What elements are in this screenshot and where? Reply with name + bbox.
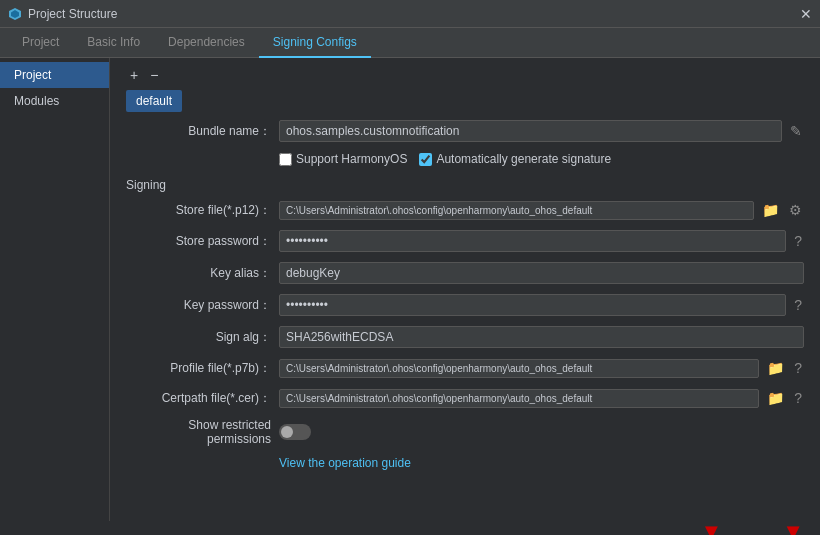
store-password-row: Store password： ? xyxy=(126,230,804,252)
arrow-ok: ▼ xyxy=(782,521,804,535)
certpath-file-input-wrap: 📁 ? xyxy=(279,388,804,408)
toggle-slider xyxy=(279,424,311,440)
sign-alg-row: Sign alg： xyxy=(126,326,804,348)
options-row: Support HarmonyOS Automatically generate… xyxy=(279,152,804,166)
signing-section: Signing Store file(*.p12)： 📁 ⚙ Store pas… xyxy=(126,178,804,470)
main-layout: Project Modules + − default Bundle name：… xyxy=(0,58,820,521)
support-harmonyos-label: Support HarmonyOS xyxy=(296,152,407,166)
key-alias-row: Key alias： xyxy=(126,262,804,284)
title-bar-title: Project Structure xyxy=(28,7,117,21)
profile-file-help-button[interactable]: ? xyxy=(792,358,804,378)
key-alias-label: Key alias： xyxy=(126,265,271,282)
content-area: + − default Bundle name： ✎ Support Harmo… xyxy=(110,58,820,521)
tab-bar: Project Basic Info Dependencies Signing … xyxy=(0,28,820,58)
store-file-folder-button[interactable]: 📁 xyxy=(760,200,781,220)
certpath-file-folder-button[interactable]: 📁 xyxy=(765,388,786,408)
tab-dependencies[interactable]: Dependencies xyxy=(154,28,259,58)
profile-file-label: Profile file(*.p7b)： xyxy=(126,360,271,377)
add-config-button[interactable]: + xyxy=(126,66,142,84)
store-file-row: Store file(*.p12)： 📁 ⚙ xyxy=(126,200,804,220)
store-file-settings-button[interactable]: ⚙ xyxy=(787,200,804,220)
key-password-help-button[interactable]: ? xyxy=(792,295,804,315)
store-file-label: Store file(*.p12)： xyxy=(126,202,271,219)
signing-section-heading: Signing xyxy=(126,178,804,192)
sidebar-item-modules[interactable]: Modules xyxy=(0,88,109,114)
certpath-file-label: Certpath file(*.cer)： xyxy=(126,390,271,407)
auto-generate-signature-checkbox-label[interactable]: Automatically generate signature xyxy=(419,152,611,166)
key-password-input-wrap: ? xyxy=(279,294,804,316)
certpath-file-help-button[interactable]: ? xyxy=(792,388,804,408)
profile-file-input[interactable] xyxy=(279,359,759,378)
toggle-wrap xyxy=(279,424,311,440)
close-button[interactable]: ✕ xyxy=(800,7,812,21)
profile-file-input-wrap: 📁 ? xyxy=(279,358,804,378)
restricted-permissions-toggle[interactable] xyxy=(279,424,311,440)
bundle-name-input-wrap: ✎ xyxy=(279,120,804,142)
key-password-input[interactable] xyxy=(279,294,786,316)
app-icon xyxy=(8,7,22,21)
title-bar: Project Structure ✕ xyxy=(0,0,820,28)
auto-generate-signature-checkbox[interactable] xyxy=(419,153,432,166)
sidebar-item-project[interactable]: Project xyxy=(0,62,109,88)
store-file-input[interactable] xyxy=(279,201,754,220)
remove-config-button[interactable]: − xyxy=(146,66,162,84)
bundle-name-input[interactable] xyxy=(279,120,782,142)
config-default-item[interactable]: default xyxy=(126,90,182,112)
view-guide-link[interactable]: View the operation guide xyxy=(279,456,411,470)
view-guide-container: View the operation guide xyxy=(279,456,804,470)
config-toolbar: + − xyxy=(126,66,804,84)
title-bar-left: Project Structure xyxy=(8,7,117,21)
store-password-help-button[interactable]: ? xyxy=(792,231,804,251)
support-harmonyos-checkbox-label[interactable]: Support HarmonyOS xyxy=(279,152,407,166)
key-alias-input[interactable] xyxy=(279,262,804,284)
bundle-name-label: Bundle name： xyxy=(126,123,271,140)
store-password-label: Store password： xyxy=(126,233,271,250)
restricted-permissions-label: Show restricted permissions xyxy=(126,418,271,446)
store-password-input-wrap: ? xyxy=(279,230,804,252)
certpath-file-input[interactable] xyxy=(279,389,759,408)
profile-file-row: Profile file(*.p7b)： 📁 ? xyxy=(126,358,804,378)
bundle-name-row: Bundle name： ✎ xyxy=(126,120,804,142)
sidebar: Project Modules xyxy=(0,58,110,521)
tab-basic-info[interactable]: Basic Info xyxy=(73,28,154,58)
support-harmonyos-checkbox[interactable] xyxy=(279,153,292,166)
key-password-label: Key password： xyxy=(126,297,271,314)
sign-alg-input-wrap xyxy=(279,326,804,348)
key-password-row: Key password： ? xyxy=(126,294,804,316)
profile-file-folder-button[interactable]: 📁 xyxy=(765,358,786,378)
arrow-apply: ▼ xyxy=(700,521,722,535)
key-alias-input-wrap xyxy=(279,262,804,284)
restricted-permissions-row: Show restricted permissions xyxy=(126,418,804,446)
store-password-input[interactable] xyxy=(279,230,786,252)
store-file-input-wrap: 📁 ⚙ xyxy=(279,200,804,220)
sign-alg-label: Sign alg： xyxy=(126,329,271,346)
tab-signing-configs[interactable]: Signing Configs xyxy=(259,28,371,58)
auto-generate-signature-label: Automatically generate signature xyxy=(436,152,611,166)
sign-alg-input[interactable] xyxy=(279,326,804,348)
arrow-indicators: ▼ ▼ xyxy=(0,521,820,535)
certpath-file-row: Certpath file(*.cer)： 📁 ? xyxy=(126,388,804,408)
tab-project[interactable]: Project xyxy=(8,28,73,58)
bundle-name-edit-button[interactable]: ✎ xyxy=(788,121,804,141)
